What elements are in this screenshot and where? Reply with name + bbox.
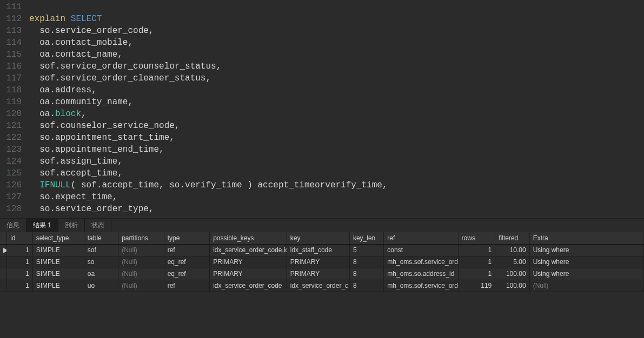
code-line[interactable]: 111 <box>0 1 644 13</box>
cell[interactable]: PRIMARY <box>287 256 349 268</box>
cell[interactable]: eq_ref <box>164 268 210 280</box>
code-content[interactable]: sof.counselor_service_node, <box>29 120 180 132</box>
tab-信息[interactable]: 信息 <box>0 219 26 232</box>
column-header-id[interactable]: id <box>7 232 33 244</box>
code-content[interactable]: sof.accept_time, <box>29 167 123 179</box>
tab-状态[interactable]: 状态 <box>85 219 111 232</box>
row-handle[interactable]: ▶ <box>0 244 7 256</box>
cell[interactable]: uo <box>84 280 118 292</box>
cell[interactable]: 8 <box>349 256 383 268</box>
cell[interactable]: mh_oms.sof.service_order <box>384 280 458 292</box>
tab-剖析[interactable]: 剖析 <box>58 219 85 232</box>
code-line[interactable]: 114 oa.contact_mobile, <box>0 37 644 49</box>
column-header-type[interactable]: type <box>164 232 210 244</box>
column-header-filtered[interactable]: filtered <box>495 232 529 244</box>
column-header-ref[interactable]: ref <box>384 232 458 244</box>
sql-editor[interactable]: 111112explain SELECT113 so.service_order… <box>0 0 644 218</box>
column-header-Extra[interactable]: Extra <box>529 232 643 244</box>
table-row[interactable]: 1SIMPLEuo(Null)refidx_service_order_code… <box>0 280 644 292</box>
code-line[interactable]: 120 oa.block, <box>0 108 644 120</box>
cell[interactable]: (Null) <box>529 280 643 292</box>
cell[interactable]: idx_service_order_code <box>210 280 287 292</box>
row-handle[interactable] <box>0 280 7 292</box>
cell[interactable]: ref <box>164 244 210 256</box>
cell[interactable]: so <box>84 256 118 268</box>
cell[interactable]: 1 <box>458 268 495 280</box>
column-header-key_len[interactable]: key_len <box>349 232 383 244</box>
cell[interactable]: (Null) <box>118 244 164 256</box>
column-header-partitions[interactable]: partitions <box>118 232 164 244</box>
explain-result-grid[interactable]: idselect_typetablepartitionstypepossible… <box>0 232 644 315</box>
column-header-select_type[interactable]: select_type <box>32 232 84 244</box>
cell[interactable]: idx_service_order_code,id <box>210 244 287 256</box>
cell[interactable]: Using where <box>529 244 643 256</box>
code-line[interactable]: 128 so.service_order_type, <box>0 203 644 215</box>
cell[interactable]: 1 <box>7 268 33 280</box>
cell[interactable]: SIMPLE <box>32 280 84 292</box>
cell[interactable]: Using where <box>529 256 643 268</box>
code-content[interactable]: sof.service_order_counselor_status, <box>29 60 221 72</box>
table-row[interactable]: ▶1SIMPLEsof(Null)refidx_service_order_co… <box>0 244 644 256</box>
code-line[interactable]: 121 sof.counselor_service_node, <box>0 120 644 132</box>
cell[interactable]: SIMPLE <box>32 256 84 268</box>
table-row[interactable]: 1SIMPLEso(Null)eq_refPRIMARYPRIMARY8mh_o… <box>0 256 644 268</box>
code-line[interactable]: 116 sof.service_order_counselor_status, <box>0 60 644 72</box>
cell[interactable]: mh_oms.sof.service_order <box>384 256 458 268</box>
cell[interactable]: 119 <box>458 280 495 292</box>
cell[interactable]: eq_ref <box>164 256 210 268</box>
cell[interactable]: sof <box>84 244 118 256</box>
cell[interactable]: (Null) <box>118 268 164 280</box>
cell[interactable]: 1 <box>7 256 33 268</box>
code-line[interactable]: 123 so.appointment_end_time, <box>0 144 644 156</box>
cell[interactable]: 5.00 <box>495 256 529 268</box>
cell[interactable]: 8 <box>349 280 383 292</box>
cell[interactable]: SIMPLE <box>32 268 84 280</box>
code-content[interactable]: so.service_order_code, <box>29 25 154 37</box>
row-handle[interactable] <box>0 268 7 280</box>
cell[interactable]: Using where <box>529 268 643 280</box>
cell[interactable]: SIMPLE <box>32 244 84 256</box>
cell[interactable]: PRIMARY <box>210 268 287 280</box>
cell[interactable]: oa <box>84 268 118 280</box>
code-content[interactable]: sof.service_order_cleaner_status, <box>29 72 211 84</box>
code-content[interactable]: oa.block, <box>29 108 87 120</box>
code-line[interactable]: 127 so.expect_time, <box>0 191 644 203</box>
code-content[interactable]: so.appointment_end_time, <box>29 144 164 156</box>
cell[interactable]: const <box>384 244 458 256</box>
table-row[interactable]: 1SIMPLEoa(Null)eq_refPRIMARYPRIMARY8mh_o… <box>0 268 644 280</box>
cell[interactable]: idx_service_order_c <box>287 280 349 292</box>
code-line[interactable]: 126 IFNULL( sof.accept_time, so.verify_t… <box>0 179 644 191</box>
code-line[interactable]: 117 sof.service_order_cleaner_status, <box>0 72 644 84</box>
cell[interactable]: 1 <box>458 256 495 268</box>
column-header-key[interactable]: key <box>287 232 349 244</box>
cell[interactable]: 1 <box>7 280 33 292</box>
code-content[interactable]: oa.contact_name, <box>29 49 123 60</box>
code-content[interactable]: explain SELECT <box>29 13 102 25</box>
cell[interactable]: PRIMARY <box>287 268 349 280</box>
column-header-possible_keys[interactable]: possible_keys <box>210 232 287 244</box>
code-line[interactable]: 115 oa.contact_name, <box>0 49 644 60</box>
column-header-rows[interactable]: rows <box>458 232 495 244</box>
code-content[interactable]: so.service_order_type, <box>29 203 154 215</box>
cell[interactable]: 1 <box>7 244 33 256</box>
cell[interactable]: (Null) <box>118 256 164 268</box>
code-content[interactable]: so.expect_time, <box>29 191 117 203</box>
cell[interactable]: 10.00 <box>495 244 529 256</box>
cell[interactable]: (Null) <box>118 280 164 292</box>
code-content[interactable]: oa.community_name, <box>29 96 133 108</box>
row-handle[interactable] <box>0 256 7 268</box>
tab-结果 1[interactable]: 结果 1 <box>26 219 58 232</box>
code-line[interactable]: 119 oa.community_name, <box>0 96 644 108</box>
code-line[interactable]: 118 oa.address, <box>0 84 644 96</box>
code-content[interactable]: oa.address, <box>29 84 97 96</box>
cell[interactable]: 8 <box>349 268 383 280</box>
cell[interactable]: idx_staff_code <box>287 244 349 256</box>
code-line[interactable]: 124 sof.assign_time, <box>0 156 644 167</box>
code-line[interactable]: 113 so.service_order_code, <box>0 25 644 37</box>
cell[interactable]: PRIMARY <box>210 256 287 268</box>
cell[interactable]: 1 <box>458 244 495 256</box>
code-line[interactable]: 122 so.appointment_start_time, <box>0 132 644 144</box>
code-line[interactable]: 112explain SELECT <box>0 13 644 25</box>
column-header-table[interactable]: table <box>84 232 118 244</box>
code-content[interactable]: IFNULL( sof.accept_time, so.verify_time … <box>29 179 388 191</box>
